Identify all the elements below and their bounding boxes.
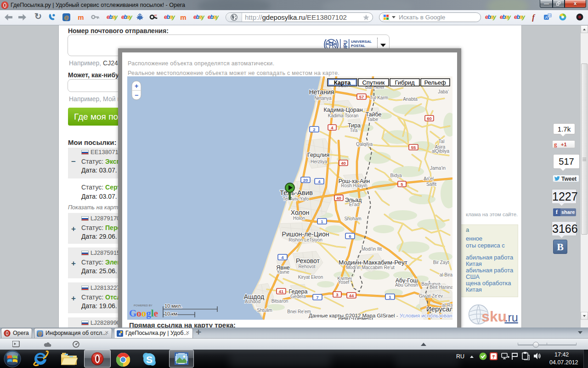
svg-text:1: 1 <box>321 219 323 224</box>
svg-text:El'ad: El'ad <box>349 202 359 207</box>
svg-text:Kiryat Ekron: Kiryat Ekron <box>298 275 323 280</box>
svg-text:Salfit: Salfit <box>426 182 436 187</box>
svg-text:Данные карты ©2012 Mapa GISrae: Данные карты ©2012 Mapa GISrael - Услови… <box>309 313 452 318</box>
svg-text:UNIVERSAL: UNIVERSAL <box>351 40 372 44</box>
svg-text:Taibe: Taibe <box>367 117 378 122</box>
svg-text:@: @ <box>38 331 42 336</box>
svg-text:Shoham: Shoham <box>344 216 361 221</box>
svg-text:Rishon LeTsiyon: Rishon LeTsiyon <box>288 237 322 242</box>
svg-text:Holon: Holon <box>293 216 305 221</box>
svg-text:Anabta: Anabta <box>403 97 418 102</box>
svg-text:Рельеф: Рельеф <box>424 79 446 86</box>
svg-text:.ru: .ru <box>504 311 518 324</box>
svg-text:Гибрид: Гибрид <box>395 79 415 86</box>
svg-text:Google: Google <box>129 308 158 319</box>
svg-text:Beit Hanina: Beit Hanina <box>430 285 452 290</box>
svg-text:Bir Zayt: Bir Zayt <box>433 260 449 265</box>
svg-text:44: 44 <box>349 293 354 298</box>
svg-text:Herzliya: Herzliya <box>311 159 328 164</box>
svg-text:sku: sku <box>481 308 507 325</box>
svg-text:A: A <box>545 15 548 20</box>
svg-text:Иерусалим: Иерусалим <box>426 305 452 313</box>
svg-text:Shtulim: Shtulim <box>257 308 272 313</box>
svg-text:POSTAL: POSTAL <box>351 44 365 48</box>
svg-text:57: 57 <box>359 94 364 99</box>
svg-text:Netanya: Netanya <box>314 96 332 101</box>
svg-text:20: 20 <box>303 178 308 183</box>
svg-text:Реховот: Реховот <box>296 257 320 264</box>
svg-text:Bidya: Bidya <box>390 173 401 178</box>
svg-text:41: 41 <box>279 289 284 294</box>
svg-text:IT: IT <box>154 14 157 17</box>
svg-text:40: 40 <box>336 196 341 201</box>
svg-text:6: 6 <box>349 234 351 239</box>
svg-text:Kadima Tsoran: Kadima Tsoran <box>328 113 359 118</box>
svg-text:@: @ <box>64 15 69 20</box>
svg-text:Спутник: Спутник <box>362 79 384 86</box>
svg-text:+: + <box>135 82 138 90</box>
svg-text:60: 60 <box>427 116 432 121</box>
svg-text:Ришон-ле-Цион: Ришон-ле-Цион <box>282 230 329 238</box>
svg-text:Yosef: Yosef <box>338 280 350 285</box>
svg-text:Нетания: Нетания <box>309 88 334 96</box>
svg-text:Gedera: Gedera <box>290 294 306 299</box>
svg-text:Ashdod: Ashdod <box>245 299 260 304</box>
svg-text:Jaba': Jaba' <box>438 89 449 94</box>
svg-text:2: 2 <box>313 127 315 132</box>
svg-text:−: − <box>135 92 138 99</box>
svg-text:4: 4 <box>318 179 321 184</box>
svg-text:Jama'in: Jama'in <box>430 166 446 171</box>
svg-text:al Bira: al Bira <box>440 272 452 277</box>
svg-text:Yavne: Yavne <box>277 270 289 275</box>
svg-text:4: 4 <box>331 125 334 130</box>
svg-text:Bitsaron: Bitsaron <box>271 299 288 304</box>
svg-text:55: 55 <box>411 145 416 150</box>
svg-text:Modi'in Maccabim Re'ut: Modi'in Maccabim Re'ut <box>346 265 395 270</box>
svg-text:4: 4 <box>281 255 284 260</box>
svg-text:1: 1 <box>389 294 391 299</box>
svg-text:Modi'in Ilit: Modi'in Ilit <box>362 247 382 252</box>
svg-text:alQibliya: alQibliya <box>432 149 450 154</box>
svg-text:Giv'at Ze'ev: Giv'at Ze'ev <box>419 293 443 299</box>
svg-text:10 мил.: 10 мил. <box>164 303 182 309</box>
svg-text:POWERED BY: POWERED BY <box>134 304 153 307</box>
svg-text:7: 7 <box>316 295 318 300</box>
svg-text:3: 3 <box>336 292 338 297</box>
svg-text:S: S <box>146 354 153 365</box>
svg-text:Тель-Авив: Тель-Авив <box>280 189 313 196</box>
svg-text:Карта: Карта <box>334 79 351 86</box>
svg-text:Tira: Tira <box>350 128 358 133</box>
svg-text:Tul Karm: Tul Karm <box>370 95 388 100</box>
svg-text:Abu Ghosh: Abu Ghosh <box>395 282 418 288</box>
svg-text:40: 40 <box>341 161 346 166</box>
svg-text:Qalqilya: Qalqilya <box>356 142 373 147</box>
svg-text:Bnei Re'em: Bnei Re'em <box>287 309 311 314</box>
svg-text:Холон: Холон <box>291 209 310 216</box>
svg-text:Tal: Tal <box>439 139 445 144</box>
svg-text:Герцлия: Герцлия <box>307 152 329 158</box>
svg-text:5: 5 <box>401 182 403 187</box>
svg-text:Tel Aviv-Yafo: Tel Aviv-Yafo <box>283 196 309 201</box>
svg-text:Rehovot: Rehovot <box>298 264 315 269</box>
svg-text:10 км: 10 км <box>164 311 177 316</box>
svg-text:Rosh Haayin: Rosh Haayin <box>341 183 367 188</box>
svg-text:文: 文 <box>548 13 551 17</box>
svg-text:Кадима-Цоран: Кадима-Цоран <box>323 107 362 113</box>
svg-text:Ari'el: Ari'el <box>424 176 434 181</box>
